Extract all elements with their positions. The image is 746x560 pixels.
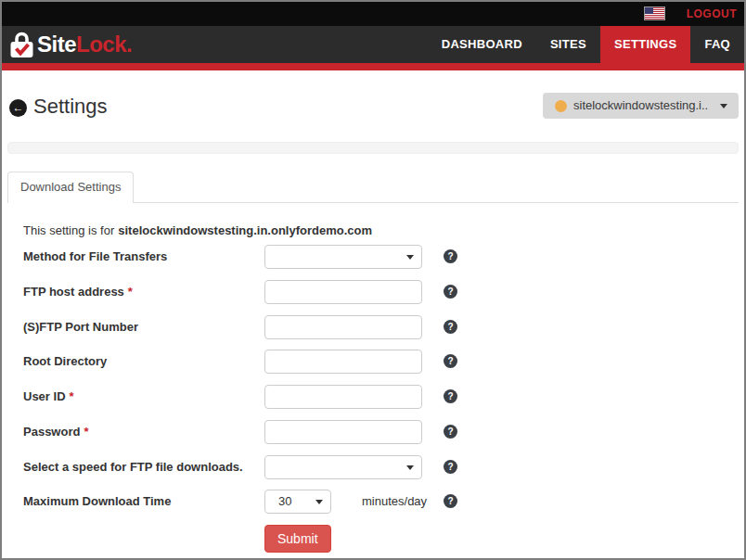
help-icon[interactable]: ?	[444, 425, 457, 439]
site-domain: sitelockwindowstesting.in.onlyfordemo.co…	[118, 223, 372, 237]
form-row-max-download-time: Maximum Download Time 30 minutes/day ?	[23, 489, 728, 515]
field-label: Root Directory	[23, 349, 107, 375]
form-row-ftp-host: FTP host address* ?	[23, 279, 728, 305]
logo-wordmark: SiteLock.	[37, 26, 132, 63]
root-directory-input[interactable]	[264, 350, 422, 374]
chevron-down-icon	[406, 465, 414, 470]
ftp-host-address-input[interactable]	[264, 280, 422, 304]
help-icon[interactable]: ?	[444, 494, 457, 508]
nav-settings[interactable]: SETTINGS	[600, 26, 690, 63]
tab-underline	[125, 202, 739, 203]
nav-faq[interactable]: FAQ	[690, 26, 744, 63]
field-label: Password*	[23, 419, 88, 445]
us-flag-icon[interactable]	[645, 7, 664, 19]
field-label: Method for File Transfers	[23, 244, 167, 270]
page-title: Settings	[33, 95, 108, 119]
main-header: SiteLock. DASHBOARD SITES SETTINGS FAQ	[2, 26, 744, 63]
progress-strip	[7, 142, 739, 154]
method-for-file-transfers-select[interactable]	[264, 245, 422, 269]
intro-text: This setting is forsitelockwindowstestin…	[23, 223, 372, 237]
tab-download-settings[interactable]: Download Settings	[7, 172, 134, 203]
help-icon[interactable]: ?	[444, 354, 457, 368]
top-utility-bar: LOGOUT	[2, 2, 744, 26]
field-label: Select a speed for FTP file downloads.	[23, 454, 243, 480]
help-icon[interactable]: ?	[444, 285, 457, 299]
help-icon[interactable]: ?	[444, 249, 457, 263]
logout-link[interactable]: LOGOUT	[687, 2, 737, 26]
max-download-time-select[interactable]: 30	[264, 490, 331, 514]
help-icon[interactable]: ?	[444, 460, 457, 474]
sitelock-settings-window: LOGOUT SiteLock. DASHBOARD SITES SETTING…	[0, 0, 746, 560]
nav-dashboard[interactable]: DASHBOARD	[428, 26, 536, 63]
form-row-root-directory: Root Directory ?	[23, 349, 728, 375]
field-label: Maximum Download Time	[23, 489, 171, 515]
chevron-down-icon	[315, 500, 323, 504]
nav-sites[interactable]: SITES	[536, 26, 600, 63]
field-label: User ID*	[23, 384, 74, 410]
download-speed-select[interactable]	[264, 455, 422, 479]
required-marker: *	[70, 389, 74, 403]
user-id-input[interactable]	[264, 385, 422, 409]
chevron-down-icon	[406, 255, 414, 260]
chevron-down-icon	[720, 104, 727, 108]
help-icon[interactable]: ?	[444, 320, 457, 334]
main-nav: DASHBOARD SITES SETTINGS FAQ	[428, 26, 744, 63]
red-divider-bar	[2, 63, 744, 70]
padlock-icon	[9, 31, 34, 59]
form-row-user-id: User ID* ?	[23, 384, 728, 410]
site-selector-dropdown[interactable]: sitelockwindowstesting.i..	[543, 93, 739, 119]
units-label: minutes/day	[362, 489, 427, 515]
site-status-dot-icon	[555, 100, 567, 112]
required-marker: *	[84, 425, 88, 439]
submit-button[interactable]: Submit	[264, 525, 331, 553]
required-marker: *	[128, 285, 133, 299]
field-label: FTP host address*	[23, 279, 133, 305]
form-row-speed: Select a speed for FTP file downloads. ?	[23, 454, 728, 480]
sftp-port-number-input[interactable]	[264, 315, 422, 339]
back-button[interactable]: ←	[9, 99, 27, 117]
us-flag-canton	[645, 7, 653, 14]
form-row-method: Method for File Transfers ?	[23, 244, 728, 270]
password-input[interactable]	[264, 420, 422, 444]
form-row-port: (S)FTP Port Number ?	[23, 314, 728, 340]
form-row-password: Password* ?	[23, 419, 728, 445]
field-label: (S)FTP Port Number	[23, 314, 138, 340]
sitelock-logo[interactable]: SiteLock.	[9, 26, 132, 63]
site-selector-value: sitelockwindowstesting.i..	[573, 93, 708, 119]
help-icon[interactable]: ?	[444, 389, 457, 403]
